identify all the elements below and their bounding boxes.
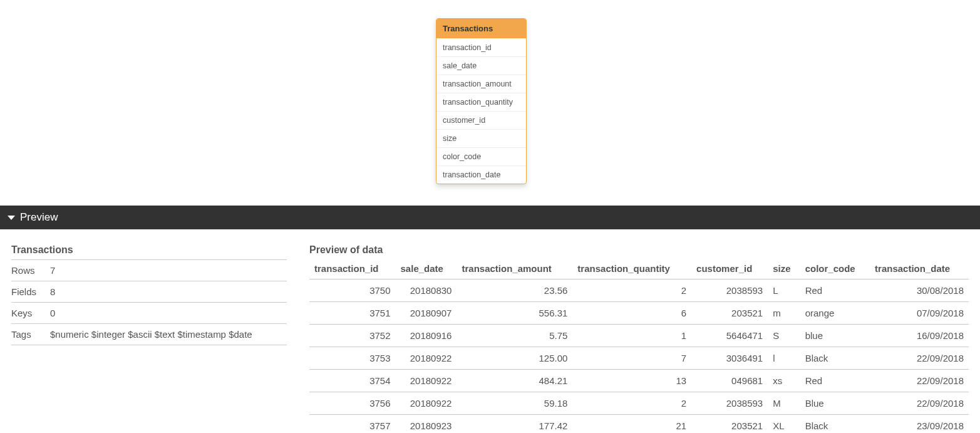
table-cell: 16/09/2018: [870, 325, 969, 347]
schema-field[interactable]: transaction_quantity: [436, 93, 526, 111]
meta-val: $numeric $integer $ascii $text $timestam…: [50, 329, 287, 340]
schema-card-fields: transaction_idsale_datetransaction_amoun…: [436, 38, 526, 184]
schema-field[interactable]: transaction_amount: [436, 75, 526, 93]
table-cell: l: [768, 347, 800, 370]
column-header[interactable]: transaction_id: [309, 259, 396, 279]
table-cell: 3036491: [691, 347, 768, 370]
table-cell: 5646471: [691, 325, 768, 347]
table-cell: 3750: [309, 279, 396, 302]
table-cell: 2038593: [691, 279, 768, 302]
table-cell: 22/09/2018: [870, 370, 969, 392]
table-row[interactable]: 375420180922484.2113049681xsRed22/09/201…: [309, 370, 969, 392]
table-cell: xs: [768, 370, 800, 392]
column-header[interactable]: transaction_date: [870, 259, 969, 279]
schema-field[interactable]: color_code: [436, 147, 526, 165]
schema-field[interactable]: customer_id: [436, 111, 526, 129]
data-preview-panel: Preview of data transaction_idsale_datet…: [309, 244, 969, 433]
table-row[interactable]: 3752201809165.7515646471Sblue16/09/2018: [309, 325, 969, 347]
table-row[interactable]: 375320180922125.0073036491lBlack22/09/20…: [309, 347, 969, 370]
table-cell: 556.31: [456, 302, 572, 325]
table-cell: 1: [572, 325, 691, 347]
meta-val: 7: [50, 265, 287, 276]
table-cell: m: [768, 302, 800, 325]
table-cell: XL: [768, 415, 800, 434]
table-cell: 59.18: [456, 392, 572, 415]
table-row[interactable]: 375720180923177.4221203521XLBlack23/09/2…: [309, 415, 969, 434]
data-preview-table: transaction_idsale_datetransaction_amoun…: [309, 259, 969, 433]
table-cell: 20180907: [396, 302, 457, 325]
preview-bar-label: Preview: [20, 211, 58, 224]
table-cell: 2: [572, 279, 691, 302]
preview-toggle-bar[interactable]: Preview: [0, 206, 980, 229]
table-cell: 22/09/2018: [870, 347, 969, 370]
table-row[interactable]: 37502018083023.5622038593LRed30/08/2018: [309, 279, 969, 302]
table-cell: 049681: [691, 370, 768, 392]
table-cell: 30/08/2018: [870, 279, 969, 302]
table-cell: 3757: [309, 415, 396, 434]
column-header[interactable]: sale_date: [396, 259, 457, 279]
table-row[interactable]: 375120180907556.316203521morange07/09/20…: [309, 302, 969, 325]
table-cell: blue: [800, 325, 870, 347]
table-cell: 23/09/2018: [870, 415, 969, 434]
table-cell: 20180923: [396, 415, 457, 434]
table-cell: 3752: [309, 325, 396, 347]
table-cell: 22/09/2018: [870, 392, 969, 415]
model-canvas[interactable]: Transactions transaction_idsale_datetran…: [0, 0, 980, 206]
table-cell: L: [768, 279, 800, 302]
table-cell: 3754: [309, 370, 396, 392]
table-cell: Black: [800, 347, 870, 370]
table-cell: Red: [800, 370, 870, 392]
table-header-row: transaction_idsale_datetransaction_amoun…: [309, 259, 969, 279]
table-cell: 203521: [691, 415, 768, 434]
schema-field[interactable]: transaction_id: [436, 38, 526, 56]
meta-row-tags: Tags $numeric $integer $ascii $text $tim…: [11, 324, 287, 345]
table-cell: 177.42: [456, 415, 572, 434]
table-cell: 7: [572, 347, 691, 370]
column-header[interactable]: color_code: [800, 259, 870, 279]
table-cell: 2038593: [691, 392, 768, 415]
table-cell: 5.75: [456, 325, 572, 347]
table-cell: 6: [572, 302, 691, 325]
schema-field[interactable]: sale_date: [436, 56, 526, 75]
meta-key: Tags: [11, 329, 50, 340]
meta-row-keys: Keys 0: [11, 303, 287, 324]
table-cell: 20180922: [396, 370, 457, 392]
schema-field[interactable]: transaction_date: [436, 165, 526, 184]
meta-key: Fields: [11, 286, 50, 297]
meta-row-rows: Rows 7: [11, 260, 287, 281]
table-cell: 3753: [309, 347, 396, 370]
column-header[interactable]: transaction_amount: [456, 259, 572, 279]
table-cell: 20180916: [396, 325, 457, 347]
table-row[interactable]: 37562018092259.1822038593MBlue22/09/2018: [309, 392, 969, 415]
schema-field[interactable]: size: [436, 129, 526, 147]
table-cell: 3751: [309, 302, 396, 325]
table-cell: 484.21: [456, 370, 572, 392]
meta-key: Rows: [11, 265, 50, 276]
table-cell: 203521: [691, 302, 768, 325]
table-cell: 20180922: [396, 392, 457, 415]
table-cell: 23.56: [456, 279, 572, 302]
column-header[interactable]: customer_id: [691, 259, 768, 279]
table-cell: 21: [572, 415, 691, 434]
meta-row-fields: Fields 8: [11, 281, 287, 303]
meta-val: 0: [50, 308, 287, 318]
table-cell: 07/09/2018: [870, 302, 969, 325]
table-cell: M: [768, 392, 800, 415]
meta-key: Keys: [11, 308, 50, 318]
table-cell: Black: [800, 415, 870, 434]
table-cell: 20180830: [396, 279, 457, 302]
table-cell: 125.00: [456, 347, 572, 370]
table-cell: 20180922: [396, 347, 457, 370]
data-preview-title: Preview of data: [309, 244, 969, 259]
table-cell: Red: [800, 279, 870, 302]
table-cell: 3756: [309, 392, 396, 415]
table-cell: orange: [800, 302, 870, 325]
meta-title: Transactions: [11, 244, 287, 260]
schema-card-transactions[interactable]: Transactions transaction_idsale_datetran…: [436, 18, 527, 184]
schema-card-title[interactable]: Transactions: [436, 19, 526, 38]
meta-panel: Transactions Rows 7 Fields 8 Keys 0 Tags…: [11, 244, 287, 345]
column-header[interactable]: transaction_quantity: [572, 259, 691, 279]
table-cell: Blue: [800, 392, 870, 415]
column-header[interactable]: size: [768, 259, 800, 279]
table-cell: 13: [572, 370, 691, 392]
